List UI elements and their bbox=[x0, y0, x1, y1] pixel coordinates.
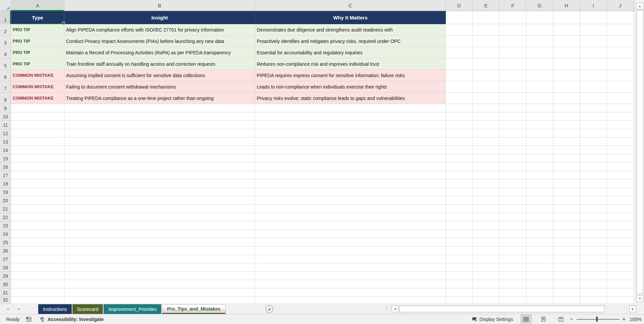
cell-J29[interactable] bbox=[607, 272, 634, 280]
cell-E10[interactable] bbox=[473, 112, 500, 121]
cell-A6[interactable]: COMMON MISTAKE bbox=[11, 70, 64, 81]
cell-D10[interactable] bbox=[446, 112, 473, 121]
cell-J10[interactable] bbox=[607, 112, 634, 121]
cell-A14[interactable] bbox=[11, 146, 64, 154]
cell-J28[interactable] bbox=[607, 263, 634, 272]
cell-A26[interactable] bbox=[11, 247, 64, 255]
cell-I23[interactable] bbox=[580, 221, 607, 230]
cell-D4[interactable] bbox=[446, 47, 473, 58]
row-header-24[interactable]: 24 bbox=[0, 230, 11, 238]
row-header-7[interactable]: 7 bbox=[0, 81, 11, 93]
cell-C16[interactable] bbox=[255, 163, 446, 171]
cell-C3[interactable]: Proactively identifies and mitigates pri… bbox=[255, 36, 446, 47]
cell-B20[interactable] bbox=[64, 196, 255, 205]
cell-J5[interactable] bbox=[607, 58, 634, 70]
cell-E32[interactable] bbox=[473, 297, 500, 304]
cell-G11[interactable] bbox=[526, 121, 553, 129]
cell-E30[interactable] bbox=[473, 280, 500, 288]
cell-G8[interactable] bbox=[526, 93, 553, 104]
cell-J20[interactable] bbox=[607, 196, 634, 205]
cell-C22[interactable] bbox=[255, 213, 446, 221]
cell-B3[interactable]: Conduct Privacy Impact Assessments (PIAs… bbox=[64, 36, 255, 47]
cell-C13[interactable] bbox=[255, 138, 446, 146]
row-header-10[interactable]: 10 bbox=[0, 112, 11, 121]
cell-C21[interactable] bbox=[255, 205, 446, 213]
cell-B7[interactable]: Failing to document consent withdrawal m… bbox=[64, 81, 255, 93]
cell-C30[interactable] bbox=[255, 280, 446, 288]
cell-H5[interactable] bbox=[553, 58, 580, 70]
row-header-17[interactable]: 17 bbox=[0, 171, 11, 179]
cell-J23[interactable] bbox=[607, 221, 634, 230]
cell-J18[interactable] bbox=[607, 179, 634, 188]
cell-A31[interactable] bbox=[11, 288, 64, 297]
cell-D18[interactable] bbox=[446, 179, 473, 188]
page-break-preview-button[interactable] bbox=[555, 314, 567, 324]
cell-J7[interactable] bbox=[607, 81, 634, 93]
cell-D7[interactable] bbox=[446, 81, 473, 93]
cell-F9[interactable] bbox=[500, 104, 526, 112]
cell-H26[interactable] bbox=[553, 247, 580, 255]
row-header-6[interactable]: 6 bbox=[0, 70, 11, 81]
cell-G22[interactable] bbox=[526, 213, 553, 221]
cell-D29[interactable] bbox=[446, 272, 473, 280]
cell-J4[interactable] bbox=[607, 47, 634, 58]
cell-G31[interactable] bbox=[526, 288, 553, 297]
cell-I21[interactable] bbox=[580, 205, 607, 213]
cell-F5[interactable] bbox=[500, 58, 526, 70]
cell-B11[interactable] bbox=[64, 121, 255, 129]
cell-H18[interactable] bbox=[553, 179, 580, 188]
cell-G17[interactable] bbox=[526, 171, 553, 179]
cell-D14[interactable] bbox=[446, 146, 473, 154]
sheet-tab-improvement-priorities[interactable]: Improvement_Priorities bbox=[104, 304, 161, 314]
cell-C11[interactable] bbox=[255, 121, 446, 129]
cell-D8[interactable] bbox=[446, 93, 473, 104]
row-header-5[interactable]: 5 bbox=[0, 58, 11, 70]
cell-A4[interactable]: PRO TIP bbox=[11, 47, 64, 58]
cell-J27[interactable] bbox=[607, 255, 634, 263]
page-layout-view-button[interactable] bbox=[538, 314, 549, 324]
cell-B13[interactable] bbox=[64, 138, 255, 146]
cell-J21[interactable] bbox=[607, 205, 634, 213]
cell-D30[interactable] bbox=[446, 280, 473, 288]
cell-F30[interactable] bbox=[500, 280, 526, 288]
cell-I7[interactable] bbox=[580, 81, 607, 93]
cell-B26[interactable] bbox=[64, 247, 255, 255]
cell-F20[interactable] bbox=[500, 196, 526, 205]
cell-F6[interactable] bbox=[500, 70, 526, 81]
row-header-15[interactable]: 15 bbox=[0, 154, 11, 163]
cell-E8[interactable] bbox=[473, 93, 500, 104]
cell-D15[interactable] bbox=[446, 154, 473, 163]
cell-J9[interactable] bbox=[607, 104, 634, 112]
cell-G28[interactable] bbox=[526, 263, 553, 272]
normal-view-button[interactable] bbox=[520, 314, 532, 324]
cell-E12[interactable] bbox=[473, 129, 500, 138]
row-header-27[interactable]: 27 bbox=[0, 255, 11, 263]
cell-E16[interactable] bbox=[473, 163, 500, 171]
cell-B5[interactable]: Train frontline staff annually on handli… bbox=[64, 58, 255, 70]
cell-E31[interactable] bbox=[473, 288, 500, 297]
cell-I29[interactable] bbox=[580, 272, 607, 280]
cell-D31[interactable] bbox=[446, 288, 473, 297]
cell-C25[interactable] bbox=[255, 238, 446, 247]
cell-J3[interactable] bbox=[607, 36, 634, 47]
tab-bar-grip-icon[interactable]: ⋮ bbox=[384, 305, 389, 311]
cell-I8[interactable] bbox=[580, 93, 607, 104]
cell-J22[interactable] bbox=[607, 213, 634, 221]
tab-nav-right-icon[interactable]: ► bbox=[17, 307, 21, 311]
cell-D32[interactable] bbox=[446, 297, 473, 304]
row-header-11[interactable]: 11 bbox=[0, 121, 11, 129]
cell-E21[interactable] bbox=[473, 205, 500, 213]
cell-A1[interactable]: Type bbox=[11, 11, 64, 24]
cell-D16[interactable] bbox=[446, 163, 473, 171]
cell-G4[interactable] bbox=[526, 47, 553, 58]
cell-A28[interactable] bbox=[11, 263, 64, 272]
cell-E14[interactable] bbox=[473, 146, 500, 154]
cell-E11[interactable] bbox=[473, 121, 500, 129]
cell-E15[interactable] bbox=[473, 154, 500, 163]
cell-G3[interactable] bbox=[526, 36, 553, 47]
cell-E19[interactable] bbox=[473, 188, 500, 196]
cell-H16[interactable] bbox=[553, 163, 580, 171]
cell-B4[interactable]: Maintain a Record of Processing Activiti… bbox=[64, 47, 255, 58]
cell-D24[interactable] bbox=[446, 230, 473, 238]
cell-B2[interactable]: Align PIPEDA compliance efforts with ISO… bbox=[64, 24, 255, 36]
